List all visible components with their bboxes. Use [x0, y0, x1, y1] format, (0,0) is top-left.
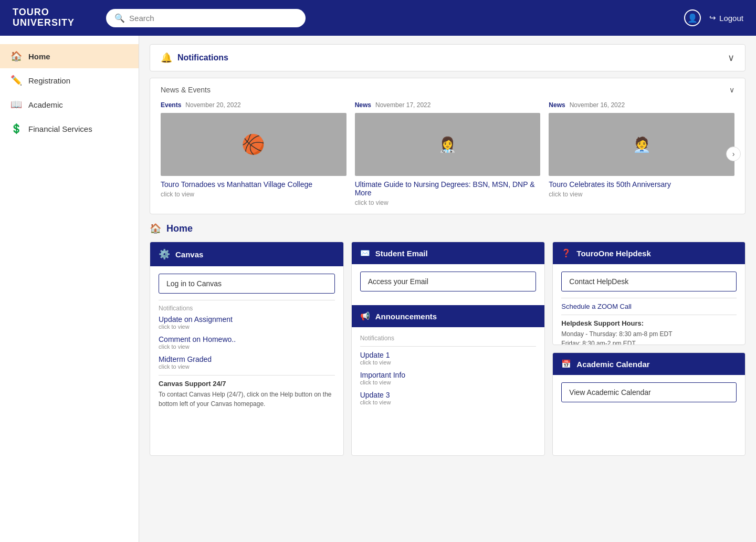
notifications-bar[interactable]: 🔔 Notifications ∨ [150, 44, 746, 71]
notifications-chevron[interactable]: ∨ [728, 52, 734, 64]
bell-icon: 🔔 [161, 52, 172, 64]
announce-notif-3[interactable]: Update 3 click to view [360, 391, 537, 405]
news-cards-container: Events November 20, 2022 🏀 Touro Tornado… [161, 101, 734, 206]
card-img-1: 🏀 [161, 113, 346, 176]
email-icon: ✉️ [360, 248, 370, 258]
search-bar[interactable]: 🔍 [106, 9, 306, 27]
main-content: 🔔 Notifications ∨ News & Events ∨ Events… [139, 36, 756, 542]
academic-calendar-widget: 📅 Academic Calendar View Academic Calend… [552, 352, 746, 456]
canvas-support: Canvas Support 24/7 To contact Canvas He… [159, 380, 335, 409]
search-icon: 🔍 [114, 13, 125, 23]
logout-button[interactable]: ↪ Logout [709, 13, 743, 23]
notifications-title-area: 🔔 Notifications [161, 52, 228, 64]
news-card-2[interactable]: News November 17, 2022 👩‍⚕️ Ultimate Gui… [355, 101, 541, 206]
sidebar-item-financial[interactable]: 💲 Financial Services [0, 117, 139, 141]
calendar-icon: 📅 [561, 359, 571, 369]
helpdesk-body: Contact HelpDesk Schedule a ZOOM Call He… [553, 264, 745, 345]
helpdesk-widget: ❓ TouroOne Helpdesk Contact HelpDesk Sch… [552, 242, 746, 345]
canvas-login-button[interactable]: Log in to Canvas [159, 274, 335, 294]
announcements-header: 📢 Announcements [352, 305, 545, 327]
canvas-icon: ⚙️ [159, 248, 170, 260]
sidebar-item-home[interactable]: 🏠 Home [0, 44, 139, 68]
card-img-2: 👩‍⚕️ [355, 113, 541, 176]
news-header: News & Events ∨ [161, 86, 734, 94]
student-email-body: Access your Email [352, 264, 545, 305]
student-email-header: ✉️ Student Email [352, 242, 545, 264]
student-email-widget: ✉️ Student Email Access your Email 📢 Ann… [351, 242, 545, 456]
support-hours-text: Monday - Thursday: 8:30 am-8 pm EDT Frid… [561, 329, 737, 345]
header-right: 👤 ↪ Logout [684, 9, 743, 26]
news-next-arrow[interactable]: › [726, 147, 741, 161]
sidebar: 🏠 Home ✏️ Registration 📖 Academic 💲 Fina… [0, 36, 139, 542]
page-layout: 🏠 Home ✏️ Registration 📖 Academic 💲 Fina… [0, 36, 756, 542]
news-card-1[interactable]: Events November 20, 2022 🏀 Touro Tornado… [161, 101, 346, 206]
header: TOURO UNIVERSITY 🔍 👤 ↪ Logout [0, 0, 756, 36]
user-icon[interactable]: 👤 [684, 9, 701, 26]
helpdesk-header: ❓ TouroOne Helpdesk [553, 242, 745, 264]
announcements-icon: 📢 [360, 311, 370, 321]
financial-icon: 💲 [10, 123, 22, 134]
logo-text: TOURO UNIVERSITY [13, 7, 75, 28]
academic-calendar-header: 📅 Academic Calendar [553, 353, 745, 375]
sidebar-item-registration[interactable]: ✏️ Registration [0, 68, 139, 92]
home-section-header: 🏠 Home [150, 223, 746, 234]
helpdesk-icon: ❓ [561, 248, 571, 258]
news-events-section: News & Events ∨ Events November 20, 2022… [150, 78, 746, 214]
sidebar-item-academic[interactable]: 📖 Academic [0, 92, 139, 117]
academic-icon: 📖 [10, 99, 22, 110]
announcements-body: Notifications Update 1 click to view Imp… [352, 327, 545, 418]
view-academic-calendar-button[interactable]: View Academic Calendar [561, 382, 737, 402]
contact-helpdesk-button[interactable]: Contact HelpDesk [561, 272, 737, 291]
canvas-notif-2[interactable]: Comment on Homewo.. click to view [159, 335, 335, 350]
support-hours-title: Helpdesk Support Hours: [561, 319, 737, 327]
announce-notif-1[interactable]: Update 1 click to view [360, 351, 537, 366]
access-email-button[interactable]: Access your Email [360, 272, 537, 291]
card-img-3: 🧑‍💼 [549, 113, 734, 176]
canvas-notif-1[interactable]: Update on Assignment click to view [159, 315, 335, 330]
news-card-3[interactable]: News November 16, 2022 🧑‍💼 Touro Celebra… [549, 101, 734, 206]
logout-arrow-icon: ↪ [709, 13, 716, 23]
registration-icon: ✏️ [10, 75, 22, 86]
home-section-icon: 🏠 [150, 223, 161, 234]
canvas-widget: ⚙️ Canvas Log in to Canvas Notifications… [150, 242, 344, 456]
canvas-widget-header: ⚙️ Canvas [150, 242, 343, 266]
search-input[interactable] [129, 14, 297, 23]
canvas-notif-3[interactable]: Midterm Graded click to view [159, 355, 335, 370]
home-icon: 🏠 [10, 50, 22, 62]
schedule-zoom-link[interactable]: Schedule a ZOOM Call [561, 303, 737, 310]
widget-row: ⚙️ Canvas Log in to Canvas Notifications… [150, 242, 746, 456]
academic-calendar-body: View Academic Calendar [553, 375, 745, 416]
canvas-widget-body: Log in to Canvas Notifications Update on… [150, 266, 343, 421]
logo: TOURO UNIVERSITY [13, 7, 75, 28]
news-chevron[interactable]: ∨ [729, 86, 734, 94]
announce-notif-2[interactable]: Important Info click to view [360, 371, 537, 385]
